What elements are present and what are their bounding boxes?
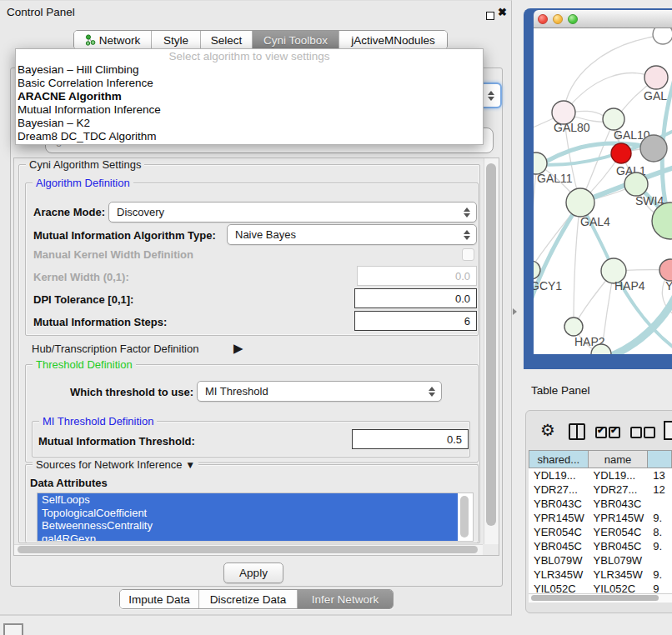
mi-type-combobox[interactable]: Naive Bayes — [227, 224, 477, 245]
collapse-arrow-icon[interactable]: ▼ — [185, 459, 195, 471]
unchecked-checkbox-icon[interactable] — [644, 427, 655, 438]
network-node-y[interactable] — [659, 259, 672, 281]
which-threshold-combobox[interactable]: MI Threshold — [197, 381, 442, 402]
horizontal-scrollbar-thumb[interactable] — [18, 546, 478, 553]
network-canvas[interactable]: GALGAL80GAL10GAL1GAL11SWI4GAL4GCY1HAP4YH… — [534, 28, 672, 354]
table-row[interactable]: YLR345WYLR345W9. — [529, 568, 672, 582]
bottom-tab-infer-network[interactable]: Infer Network — [298, 590, 393, 608]
table-row[interactable]: YBR043CYBR043C — [529, 497, 672, 511]
tab-select[interactable]: Select — [201, 31, 253, 49]
network-edge[interactable] — [607, 293, 672, 354]
table-row[interactable]: YBR045CYBR045C9. — [529, 539, 672, 553]
app-root: { "control_panel": { "title": "Control P… — [0, 0, 672, 635]
mi-threshold-field[interactable]: 0.5 — [352, 429, 469, 449]
close-icon[interactable]: ✖ — [498, 6, 507, 18]
window-zoom-icon[interactable] — [568, 14, 578, 24]
cyni-algorithm-settings-title: Cyni Algorithm Settings — [26, 158, 144, 171]
node-table-body: YDL19...YDL19...13YDR27...YDR27...12YBR0… — [529, 468, 672, 593]
network-node-gal[interactable] — [644, 66, 668, 89]
table-cell: YBL079W — [529, 554, 589, 567]
network-node[interactable] — [640, 135, 667, 162]
attribute-list-item[interactable]: TopologicalCoefficient — [38, 507, 458, 520]
algorithm-option[interactable]: Bayesian – K2 — [16, 117, 483, 130]
network-edge[interactable] — [574, 202, 580, 327]
data-attributes-list[interactable]: SelfLoopsTopologicalCoefficientBetweenne… — [37, 492, 474, 542]
dpi-tolerance-value: 0.0 — [455, 292, 470, 305]
network-edge[interactable] — [534, 202, 580, 313]
network-node-gal4[interactable] — [566, 188, 594, 217]
checked-checkbox-icon[interactable]: ✔ — [609, 427, 620, 438]
table-cell: YPR145W — [529, 512, 589, 524]
table-cell: 13 — [648, 469, 672, 482]
aracne-mode-combobox[interactable]: Discovery — [108, 202, 477, 222]
network-node[interactable] — [653, 28, 672, 44]
attribute-list-item[interactable]: gal4RGexp — [38, 532, 458, 542]
vertical-scrollbar-thumb[interactable] — [486, 163, 496, 526]
bottom-tab-impute-data[interactable]: Impute Data — [120, 590, 199, 608]
apply-button[interactable]: Apply — [223, 562, 283, 583]
algorithm-option[interactable]: ARACNE Algorithm — [16, 90, 483, 103]
dpi-tolerance-label: DPI Tolerance [0,1]: — [33, 293, 133, 306]
network-node-hap2[interactable] — [564, 318, 583, 336]
dpi-tolerance-field[interactable]: 0.0 — [354, 288, 477, 308]
document-icon[interactable] — [664, 421, 672, 440]
combo-arrows-icon — [429, 387, 435, 397]
unchecked-checkbox-icon[interactable] — [630, 427, 642, 438]
table-column-header[interactable]: name — [589, 450, 649, 468]
mi-type-label: Mutual Information Algorithm Type: — [33, 229, 216, 242]
expand-arrow-icon[interactable]: ▶ — [233, 341, 243, 356]
table-cell: YBR045C — [529, 540, 589, 552]
gear-icon[interactable]: ⚙ — [540, 420, 555, 440]
window-close-icon[interactable] — [538, 14, 548, 24]
algorithm-option[interactable]: Dream8 DC_TDC Algorithm — [16, 130, 483, 143]
table-column-header[interactable]: shared... — [529, 450, 589, 468]
tab-jactivemnodules[interactable]: jActiveMNodules — [339, 31, 447, 49]
table-cell: YDL19... — [589, 469, 649, 482]
manual-kernel-checkbox[interactable] — [462, 248, 474, 261]
tab-style[interactable]: Style — [152, 31, 201, 49]
split-columns-icon[interactable] — [569, 423, 585, 440]
table-cell: YDR27... — [529, 483, 589, 496]
table-row[interactable]: YIL052CYIL052C9 — [529, 582, 672, 593]
window-minimize-icon[interactable] — [553, 14, 563, 24]
network-node[interactable] — [652, 202, 672, 239]
combo-arrows-icon — [464, 208, 470, 218]
algorithm-definition-title: Algorithm Definition — [33, 177, 133, 189]
bottom-tab-bar: Impute DataDiscretize DataInfer Network — [119, 589, 394, 609]
hub-section-label: Hub/Transcription Factor Definition — [32, 342, 198, 355]
checked-checkbox-icon[interactable]: ✔ — [595, 427, 607, 438]
table-row[interactable]: YPR145WYPR145W9. — [529, 511, 672, 525]
bottom-tab-discretize-data[interactable]: Discretize Data — [199, 590, 298, 608]
threshold-definition-title: Threshold Definition — [33, 358, 136, 371]
table-row[interactable]: YDR27...YDR27...12 — [529, 482, 672, 497]
list-scrollbar-thumb[interactable] — [460, 496, 469, 538]
table-cell: 9 — [648, 582, 672, 593]
mi-steps-field[interactable]: 6 — [354, 311, 477, 331]
panel-divider-grip[interactable] — [513, 308, 517, 315]
algorithm-option[interactable]: Basic Correlation Inference — [16, 77, 483, 90]
table-row[interactable]: YER054CYER054C8. — [529, 525, 672, 539]
combo-arrows-icon — [488, 91, 494, 101]
algorithm-option[interactable]: Mutual Information Inference — [16, 103, 483, 117]
network-node-swi4[interactable] — [624, 172, 648, 196]
node-label: GAL80 — [554, 121, 590, 134]
mi-steps-value: 6 — [464, 315, 470, 328]
network-node-gal10[interactable] — [603, 108, 624, 130]
node-table-header: shared...name — [529, 450, 672, 468]
attribute-list-item[interactable]: SelfLoops — [38, 493, 458, 507]
tab-network[interactable]: Network — [74, 31, 152, 49]
table-row[interactable]: YBL079WYBL079W — [529, 553, 672, 568]
algorithm-option[interactable]: Bayesian – Hill Climbing — [16, 63, 483, 77]
minimized-panel-icon[interactable] — [3, 623, 23, 635]
kernel-width-label: Kernel Width (0,1): — [33, 271, 129, 283]
attribute-list-item[interactable]: BetweennessCentrality — [38, 519, 458, 532]
table-row[interactable]: YDL19...YDL19...13 — [529, 468, 672, 482]
tab-label: Select — [211, 34, 243, 47]
control-panel: Control Panel ✖ NetworkStyleSelectCyni T… — [0, 0, 512, 616]
table-scrollbar-thumb[interactable] — [531, 595, 659, 601]
tab-cyni-toolbox[interactable]: Cyni Toolbox — [253, 31, 339, 49]
network-node-gal1[interactable] — [611, 143, 631, 163]
table-column-header[interactable] — [648, 450, 672, 468]
float-window-icon[interactable] — [486, 12, 494, 20]
kernel-width-field[interactable]: 0.0 — [357, 266, 477, 286]
